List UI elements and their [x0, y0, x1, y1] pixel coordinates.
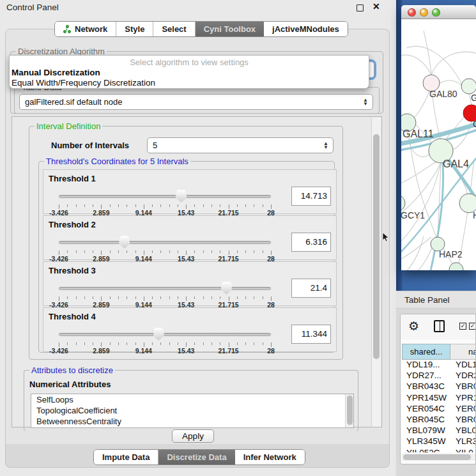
node-label: C — [473, 119, 476, 129]
slider-tick — [229, 250, 229, 255]
slider-track[interactable] — [59, 241, 271, 244]
tab-label: jActiveMNodules — [272, 24, 339, 34]
minimize-traffic-light-icon[interactable] — [420, 8, 428, 17]
slider-track[interactable] — [59, 287, 271, 290]
interval-definition-title: Interval Definition — [35, 121, 102, 131]
threshold-panel: Threshold 1-3.4262.8599.14415.4321.71528… — [43, 169, 337, 214]
float-window-icon[interactable] — [357, 4, 364, 12]
cell-name: YBR0 — [450, 381, 476, 392]
slider-tick — [152, 296, 153, 299]
table-row[interactable]: YBR043CYBR0 — [402, 381, 476, 392]
tab-cyni-toolbox[interactable]: Cyni Toolbox — [196, 22, 264, 36]
split-view-icon[interactable] — [434, 320, 445, 332]
slider-tick — [254, 296, 254, 299]
zoom-traffic-light-icon[interactable] — [432, 8, 440, 17]
table-row[interactable]: YBL079WYBL0 — [402, 426, 476, 436]
table-row[interactable]: YDL19...YDL1 — [402, 360, 476, 371]
threshold-value-field[interactable]: 6.316 — [291, 233, 331, 252]
slider-tick — [237, 296, 238, 299]
cell-shared-name: YDL19... — [402, 360, 450, 371]
table-header-row: shared... na — [402, 344, 476, 360]
network-canvas[interactable]: GAL80GCGAL11GAL4GCY1HHAP2 — [401, 19, 476, 270]
table-row[interactable]: YER054CYER0 — [402, 404, 476, 415]
table-row[interactable]: YIL052CYIL0 — [402, 448, 476, 453]
slider-tick — [186, 342, 187, 347]
column-header-shared[interactable]: shared... — [402, 344, 450, 360]
cell-name: YBR0 — [450, 415, 476, 426]
tab-jactivemnodules[interactable]: jActiveMNodules — [264, 22, 348, 36]
dropdown-option[interactable]: Equal Width/Frequency Discretization — [12, 78, 367, 88]
interval-definition-groupbox: Interval Definition Number of Intervals … — [29, 126, 343, 360]
slider-tick — [144, 296, 144, 301]
dropdown-option[interactable]: Manual Discretization — [12, 68, 367, 77]
slider-tick — [118, 250, 119, 253]
cell-name: YLR3 — [450, 436, 476, 447]
network-node-gcy1[interactable] — [401, 195, 405, 211]
slider-tick — [152, 204, 153, 207]
slider-track[interactable] — [59, 333, 271, 336]
slider-tick — [203, 342, 204, 345]
slider-tick — [211, 296, 212, 299]
cell-shared-name: YBR045C — [402, 415, 450, 426]
tab-style[interactable]: Style — [116, 22, 153, 36]
scrollbar-thumb[interactable] — [373, 134, 380, 359]
slider-tick — [263, 204, 263, 207]
slider-tick — [160, 250, 161, 253]
node-label: GAL80 — [429, 89, 457, 99]
settings-vertical-scrollbar[interactable] — [371, 118, 381, 427]
network-node[interactable] — [449, 263, 463, 270]
slider-tick — [194, 296, 195, 299]
slider-tick — [220, 204, 220, 207]
bottom-tab-discretize-data[interactable]: Discretize Data — [158, 450, 234, 464]
checkbox-icon[interactable]: ✓ — [459, 323, 466, 330]
attribute-list-item[interactable]: TopologicalCoefficient — [31, 405, 353, 416]
checkbox-icon[interactable]: ✓ — [469, 323, 476, 330]
slider-tick — [127, 204, 127, 207]
table-row[interactable]: YPR145WYPR1 — [402, 393, 476, 404]
table-data-combobox[interactable]: galFiltered.sif default node ▲▼ — [19, 94, 373, 110]
slider-tick — [76, 296, 77, 299]
threshold-value-field[interactable]: 11.344 — [291, 325, 331, 344]
bottom-tab-infer-network[interactable]: Infer Network — [235, 450, 305, 464]
bottom-tab-impute-data[interactable]: Impute Data — [94, 450, 158, 464]
slider-thumb[interactable] — [221, 282, 232, 295]
table-row[interactable]: YDR27...YDR2 — [402, 371, 476, 381]
slider-tick — [178, 204, 178, 207]
slider-tick — [67, 296, 68, 299]
num-intervals-label: Number of Intervals — [51, 141, 129, 150]
slider-thumb[interactable] — [176, 190, 187, 203]
slider-tick — [220, 296, 220, 299]
slider-tick — [263, 250, 263, 253]
apply-button[interactable]: Apply — [172, 429, 214, 443]
slider-tick — [229, 296, 229, 301]
slider-tick — [271, 296, 272, 301]
slider-thumb[interactable] — [153, 328, 164, 341]
table-row[interactable]: YLR345WYLR3 — [402, 436, 476, 447]
column-header-name[interactable]: na — [450, 344, 476, 360]
network-node-g[interactable] — [461, 79, 476, 94]
top-tabstrip: NetworkStyleSelectCyni ToolboxjActiveMNo… — [54, 21, 348, 37]
table-row[interactable]: YBR045CYBR0 — [402, 415, 476, 426]
slider-thumb[interactable] — [119, 236, 130, 249]
slider-tick — [59, 342, 59, 347]
tab-select[interactable]: Select — [153, 22, 195, 36]
threshold-value-field[interactable]: 14.713 — [291, 187, 331, 206]
table-horizontal-scrollbar[interactable] — [402, 454, 475, 461]
slider-tick-label: 28 — [267, 347, 275, 355]
gear-icon[interactable]: ⚙ — [408, 319, 419, 334]
slider-track[interactable] — [59, 195, 271, 198]
tab-network[interactable]: Network — [55, 22, 116, 36]
scrollbar-thumb[interactable] — [403, 454, 471, 460]
attribute-list-item[interactable]: BetweennessCentrality — [31, 416, 353, 427]
threshold-value-field[interactable]: 21.4 — [291, 279, 331, 298]
slider-tick — [220, 250, 220, 253]
network-window-titlebar[interactable] — [401, 5, 476, 19]
node-label: H — [473, 210, 476, 220]
num-intervals-combobox[interactable]: 5 ▲▼ — [147, 137, 334, 153]
table-panel-inner: ⚙ ✓ ✓ shared... na YDL19...YDL1YDR27...Y… — [400, 314, 476, 464]
slider-tick — [203, 296, 204, 299]
close-panel-icon[interactable]: ✕ — [372, 1, 380, 12]
attribute-list-item[interactable]: SelfLoops — [31, 394, 353, 405]
close-traffic-light-icon[interactable] — [408, 8, 416, 17]
list-scrollbar[interactable] — [345, 394, 353, 427]
